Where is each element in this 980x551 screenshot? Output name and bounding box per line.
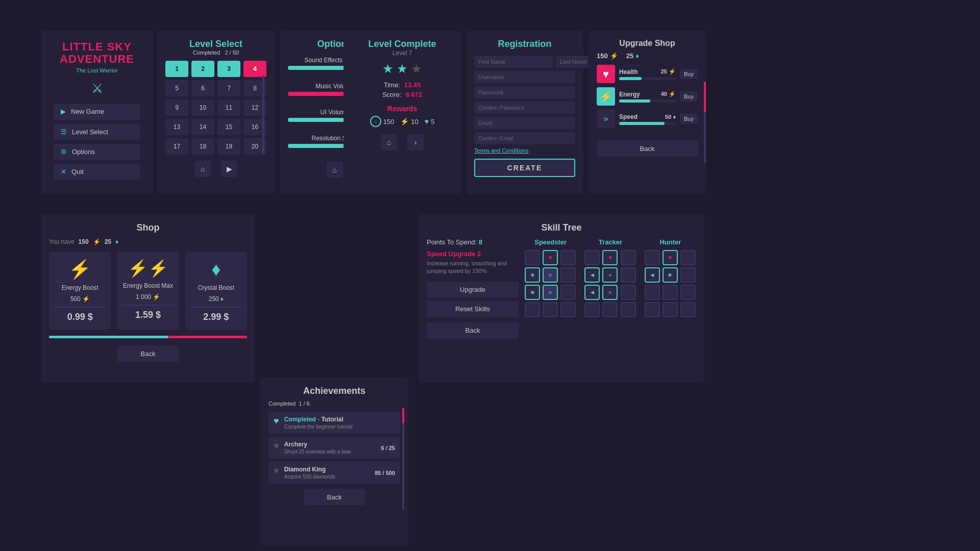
speedster-title: Speedster xyxy=(525,238,576,246)
username-input[interactable] xyxy=(474,71,575,83)
level-cell-5[interactable]: 5 xyxy=(165,80,188,96)
new-game-button[interactable]: ▶ New Game xyxy=(54,104,140,119)
speedster-node-arrow-selected[interactable]: » xyxy=(543,267,558,283)
speedster-node-empty6[interactable] xyxy=(543,302,558,317)
confirm-email-input[interactable] xyxy=(474,132,575,144)
hunter-node-empty6[interactable] xyxy=(680,285,696,300)
levelselect-scrollbar[interactable] xyxy=(262,61,264,155)
speedster-node-arrow2[interactable]: » xyxy=(543,285,558,300)
tracker-node-left[interactable]: ◄ xyxy=(584,267,600,283)
speed-buy-button[interactable]: Buy xyxy=(680,114,698,124)
hunter-node-empty9[interactable] xyxy=(680,302,696,317)
hunter-node-left[interactable]: ◄ xyxy=(645,267,660,283)
hunter-node-empty3[interactable] xyxy=(680,267,696,283)
level-cell-9[interactable]: 9 xyxy=(165,99,188,116)
hunter-title: Hunter xyxy=(645,238,696,246)
tracker-node-heart[interactable]: ♥ xyxy=(602,250,618,265)
reward-coins: ○ 150 xyxy=(370,116,395,127)
level-cell-17[interactable]: 17 xyxy=(165,138,188,155)
options-button[interactable]: ⚙ Options xyxy=(54,144,140,160)
tracker-node-empty1[interactable] xyxy=(584,250,600,265)
tracker-node-arrow2[interactable]: » xyxy=(602,285,618,300)
hunter-node-empty1[interactable] xyxy=(645,250,660,265)
upgrade-health: ♥ Health 25 ⚡ Buy xyxy=(597,65,698,83)
tracker-node-empty6[interactable] xyxy=(602,302,618,317)
speedster-node-empty1[interactable] xyxy=(525,250,540,265)
create-button[interactable]: CREATE xyxy=(474,159,575,177)
speedster-node-star1[interactable]: ★ xyxy=(525,267,540,283)
tracker-node-empty4[interactable] xyxy=(621,285,636,300)
tracker-node-left2[interactable]: ◄ xyxy=(584,285,600,300)
skill-main: Points To Spend: 8 Speed Upgrade 2 Incre… xyxy=(427,238,696,339)
email-input[interactable] xyxy=(474,117,575,129)
upgradeshop-back-button[interactable]: Back xyxy=(597,140,698,157)
level-cell-3[interactable]: 3 xyxy=(217,61,240,77)
speedster-node-empty3[interactable] xyxy=(560,267,576,283)
tracker-node-empty3[interactable] xyxy=(621,267,636,283)
level-select-button[interactable]: ☰ Level Select xyxy=(54,124,140,140)
reset-skills-button[interactable]: Reset Skills xyxy=(427,301,519,317)
home-button[interactable]: ⌂ xyxy=(194,161,211,177)
hunter-node-star[interactable]: ★ xyxy=(663,267,678,283)
hunter-node-empty4[interactable] xyxy=(645,285,660,300)
speedster-node-heart[interactable]: ♥ xyxy=(543,250,558,265)
tracker-node-empty5[interactable] xyxy=(584,302,600,317)
hunter-node-empty5[interactable] xyxy=(663,285,678,300)
tracker-node-empty7[interactable] xyxy=(621,302,636,317)
ach-diamond: ♥ Diamond King Acquire 500 diamonds 85 /… xyxy=(268,462,400,484)
level-cell-18[interactable]: 18 xyxy=(191,138,214,155)
level-cell-1[interactable]: 1 xyxy=(165,61,188,77)
ach-scrollbar[interactable] xyxy=(402,408,404,510)
level-cell-7[interactable]: 7 xyxy=(217,80,240,96)
play-button[interactable]: ▶ xyxy=(221,161,237,177)
level-cell-13[interactable]: 13 xyxy=(165,119,188,135)
password-input[interactable] xyxy=(474,86,575,98)
crystal-icon: ♦ xyxy=(211,259,220,280)
level-cell-19[interactable]: 19 xyxy=(217,138,240,155)
ach-tutorial-heart: ♥ xyxy=(274,416,279,427)
level-cell-11[interactable]: 11 xyxy=(217,99,240,116)
first-name-input[interactable] xyxy=(474,56,553,68)
crystal-price: 2.99 $ xyxy=(190,307,242,322)
skill-left-panel: Points To Spend: 8 Speed Upgrade 2 Incre… xyxy=(427,238,519,339)
shop-back-button[interactable]: Back xyxy=(117,345,179,362)
upgrade-button[interactable]: Upgrade xyxy=(427,282,519,298)
speedster-node-star2[interactable]: ★ xyxy=(525,285,540,300)
level-cell-10[interactable]: 10 xyxy=(191,99,214,116)
tree-tracker: Tracker ♥ ◄ » ◄ » xyxy=(584,238,636,339)
upgrade-desc: Increase running, crouching and jumping … xyxy=(427,260,519,276)
hunter-node-empty8[interactable] xyxy=(663,302,678,317)
quit-button[interactable]: ✕ Quit xyxy=(54,164,140,180)
hunter-node-empty2[interactable] xyxy=(680,250,696,265)
level-cell-2[interactable]: 2 xyxy=(191,61,214,77)
levelcomplete-home-button[interactable]: ⌂ xyxy=(381,134,397,151)
hunter-node-empty7[interactable] xyxy=(645,302,660,317)
upgradeshop-scrollbar[interactable] xyxy=(704,82,706,163)
speedster-node-empty7[interactable] xyxy=(560,302,576,317)
speedster-grid: ♥ ★ » ★ » xyxy=(525,250,576,317)
confirm-password-input[interactable] xyxy=(474,102,575,114)
speedster-node-empty5[interactable] xyxy=(525,302,540,317)
ach-archery-name: Archery xyxy=(284,441,376,448)
tracker-node-arrow[interactable]: » xyxy=(602,267,618,283)
achievements-back-button[interactable]: Back xyxy=(304,489,365,505)
hunter-node-heart[interactable]: ♥ xyxy=(663,250,678,265)
level-cell-15[interactable]: 15 xyxy=(217,119,240,135)
shop-scrollbar[interactable] xyxy=(49,336,247,338)
level-cell-14[interactable]: 14 xyxy=(191,119,214,135)
tree-speedster: Speedster ♥ ★ » ★ » xyxy=(525,238,576,339)
levelcomplete-next-button[interactable]: › xyxy=(407,134,424,151)
options-home-button[interactable]: ⌂ xyxy=(327,162,343,178)
speedster-node-empty2[interactable] xyxy=(560,250,576,265)
health-icon-wrap: ♥ xyxy=(597,65,615,83)
level-cell-6[interactable]: 6 xyxy=(191,80,214,96)
ach-tutorial-name: Completed - Tutorial xyxy=(284,416,395,423)
health-buy-button[interactable]: Buy xyxy=(680,69,698,79)
tracker-node-empty2[interactable] xyxy=(621,250,636,265)
skilltree-back-button[interactable]: Back xyxy=(427,322,519,339)
terms-link[interactable]: Terms and Conditions xyxy=(474,147,575,154)
speedster-node-empty4[interactable] xyxy=(560,285,576,300)
energy-buy-button[interactable]: Buy xyxy=(680,91,698,102)
main-title: LITTLE SKY ADVENTURE xyxy=(51,41,143,65)
reward-energy-value: 10 xyxy=(411,118,418,126)
